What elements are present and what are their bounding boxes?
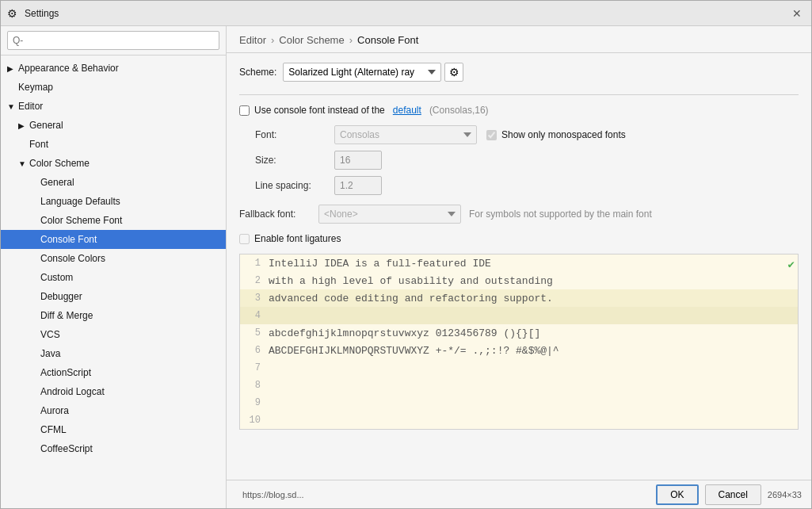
sidebar-item-java[interactable]: Java bbox=[1, 344, 226, 363]
close-button[interactable]: ✕ bbox=[789, 6, 805, 21]
show-monospaced-checkbox[interactable] bbox=[486, 130, 497, 140]
preview-line-9: 9 bbox=[240, 394, 798, 411]
sidebar-item-console-font[interactable]: Console Font bbox=[1, 230, 226, 249]
sidebar-item-diff-merge[interactable]: Diff & Merge bbox=[1, 306, 226, 325]
sidebar-item-label: Color Scheme bbox=[29, 158, 90, 169]
line-content: ABCDEFGHIJKLMNOPQRSTUVWXYZ +-*/= .,;:!? … bbox=[269, 345, 559, 357]
sidebar-item-console-colors[interactable]: Console Colors bbox=[1, 249, 226, 268]
titlebar: ⚙ Settings ✕ bbox=[1, 1, 811, 26]
fallback-font-label: Fallback font: bbox=[239, 209, 318, 220]
url-hint: https://blog.sd... bbox=[242, 490, 650, 499]
sidebar-item-label: Custom bbox=[40, 272, 73, 283]
search-input[interactable] bbox=[7, 31, 219, 50]
line-content: abcdefghijklmnopqrstuvwxyz 0123456789 ()… bbox=[269, 327, 540, 339]
sidebar-item-lang-defaults[interactable]: Language Defaults bbox=[1, 192, 226, 211]
default-hint: (Consolas,16) bbox=[429, 105, 489, 116]
sidebar-item-editor[interactable]: ▼ Editor bbox=[1, 97, 226, 116]
line-spacing-row: Line spacing: bbox=[255, 176, 799, 195]
preview-line-2: 2 with a high level of usability and out… bbox=[240, 272, 798, 289]
enable-ligatures-checkbox[interactable] bbox=[239, 234, 250, 244]
preview-line-10: 10 bbox=[240, 411, 798, 429]
font-row: Font: Consolas Show only monospaced font… bbox=[255, 125, 799, 144]
size-info: 2694×33 bbox=[768, 490, 802, 499]
line-number: 1 bbox=[240, 258, 269, 269]
breadcrumb-sep-2: › bbox=[349, 34, 353, 46]
ok-button[interactable]: OK bbox=[656, 484, 698, 505]
line-number: 5 bbox=[240, 327, 269, 339]
expand-arrow: ▼ bbox=[7, 102, 18, 111]
preview-line-4: 4 bbox=[240, 307, 798, 324]
size-input[interactable] bbox=[334, 151, 382, 170]
sidebar-item-label: ActionScript bbox=[40, 367, 91, 378]
sidebar-item-label: Color Scheme Font bbox=[40, 215, 122, 226]
line-number: 2 bbox=[240, 275, 269, 286]
breadcrumb: Editor › Color Scheme › Console Font bbox=[239, 34, 799, 46]
breadcrumb-editor: Editor bbox=[239, 34, 266, 46]
line-number: 7 bbox=[240, 362, 269, 373]
sidebar-item-label: Java bbox=[40, 348, 60, 359]
scheme-label: Scheme: bbox=[239, 67, 276, 78]
sidebar-item-custom[interactable]: Custom bbox=[1, 268, 226, 287]
font-select[interactable]: Consolas bbox=[334, 125, 477, 144]
sidebar-item-label: Console Colors bbox=[40, 253, 105, 264]
breadcrumb-color-scheme: Color Scheme bbox=[279, 34, 344, 46]
sidebar-item-general[interactable]: ▶ General bbox=[1, 116, 226, 135]
sidebar-item-android-logcat[interactable]: Android Logcat bbox=[1, 382, 226, 401]
sidebar-item-aurora[interactable]: Aurora bbox=[1, 401, 226, 420]
sidebar-item-label: General bbox=[40, 177, 74, 188]
sidebar-item-cfml[interactable]: CFML bbox=[1, 420, 226, 439]
breadcrumb-sep-1: › bbox=[271, 34, 274, 46]
scheme-select[interactable]: Solarized Light (Alternate) ray bbox=[283, 63, 441, 82]
size-label: Size: bbox=[255, 155, 334, 166]
font-settings-section: Font: Consolas Show only monospaced font… bbox=[255, 125, 799, 195]
window-title: Settings bbox=[25, 8, 789, 19]
settings-window: ⚙ Settings ✕ ▶ Appearance & Behavior Key… bbox=[0, 0, 812, 509]
app-icon: ⚙ bbox=[7, 7, 20, 20]
default-link[interactable]: default bbox=[393, 105, 421, 116]
scheme-gear-button[interactable]: ⚙ bbox=[444, 63, 463, 82]
sidebar-item-label: Aurora bbox=[40, 405, 69, 416]
settings-tree: ▶ Appearance & Behavior Keymap ▼ Editor … bbox=[1, 55, 226, 508]
sidebar-item-label: Debugger bbox=[40, 291, 82, 302]
sidebar-item-cs-general[interactable]: General bbox=[1, 173, 226, 192]
preview-line-7: 7 bbox=[240, 359, 798, 377]
size-row: Size: bbox=[255, 151, 799, 170]
sidebar-item-color-scheme[interactable]: ▼ Color Scheme bbox=[1, 154, 226, 173]
sidebar-item-font[interactable]: Font bbox=[1, 135, 226, 154]
sidebar-item-debugger[interactable]: Debugger bbox=[1, 287, 226, 306]
fallback-font-select[interactable]: <None> bbox=[318, 205, 461, 224]
sidebar-item-keymap[interactable]: Keymap bbox=[1, 78, 226, 97]
line-number: 6 bbox=[240, 345, 269, 356]
font-label: Font: bbox=[255, 129, 334, 140]
sidebar-item-label: Android Logcat bbox=[40, 386, 105, 397]
sidebar-item-label: CoffeeScript bbox=[40, 443, 93, 454]
sidebar-item-label: CFML bbox=[40, 424, 67, 435]
use-console-font-row: Use console font instead of the default … bbox=[239, 105, 799, 116]
enable-ligatures-row: Enable font ligatures bbox=[239, 233, 799, 244]
use-console-font-checkbox[interactable] bbox=[239, 105, 250, 116]
line-spacing-input[interactable] bbox=[334, 176, 382, 195]
line-number: 3 bbox=[240, 293, 269, 304]
line-content: IntelliJ IDEA is a full-featured IDE bbox=[269, 258, 491, 270]
fallback-font-note: For symbols not supported by the main fo… bbox=[469, 209, 652, 220]
sidebar-item-label: Editor bbox=[18, 101, 43, 112]
sidebar-item-label: Font bbox=[29, 139, 48, 150]
preview-line-5: 5 abcdefghijklmnopqrstuvwxyz 0123456789 … bbox=[240, 324, 798, 342]
sidebar-item-appearance[interactable]: ▶ Appearance & Behavior bbox=[1, 59, 226, 78]
font-preview: ✔ 1 IntelliJ IDEA is a full-featured IDE… bbox=[239, 254, 799, 430]
fallback-font-row: Fallback font: <None> For symbols not su… bbox=[239, 205, 799, 224]
sidebar: ▶ Appearance & Behavior Keymap ▼ Editor … bbox=[1, 26, 227, 508]
sidebar-item-coffeescript[interactable]: CoffeeScript bbox=[1, 439, 226, 458]
show-mono-checkbox-row: Show only monospaced fonts bbox=[486, 129, 626, 140]
sidebar-item-vcs[interactable]: VCS bbox=[1, 325, 226, 344]
line-number: 4 bbox=[240, 310, 269, 321]
preview-ok-icon: ✔ bbox=[788, 258, 795, 271]
preview-line-8: 8 bbox=[240, 377, 798, 394]
line-content: with a high level of usability and outst… bbox=[269, 275, 553, 287]
sidebar-item-cs-font[interactable]: Color Scheme Font bbox=[1, 211, 226, 230]
line-number: 10 bbox=[240, 415, 269, 426]
expand-arrow: ▶ bbox=[7, 64, 18, 73]
enable-ligatures-label: Enable font ligatures bbox=[254, 233, 341, 244]
sidebar-item-actionscript[interactable]: ActionScript bbox=[1, 363, 226, 382]
cancel-button[interactable]: Cancel bbox=[705, 484, 761, 505]
